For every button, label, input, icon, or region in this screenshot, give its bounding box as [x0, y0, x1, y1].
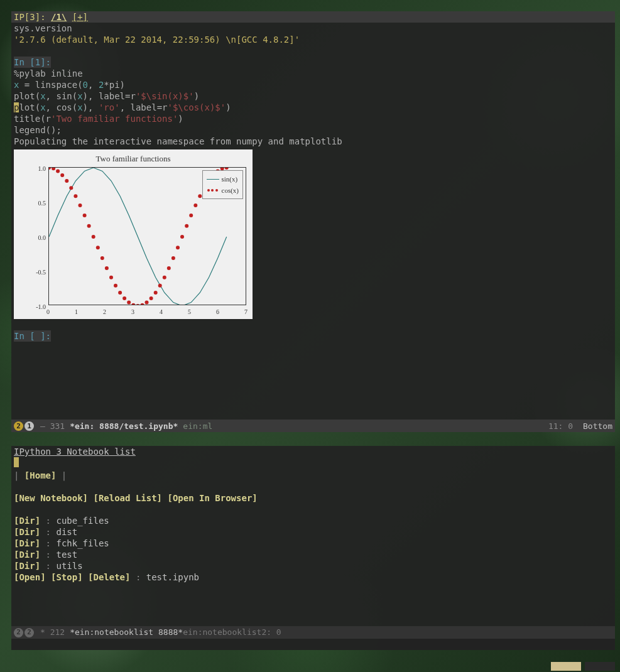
entry-name: test — [56, 550, 77, 560]
ip-prefix: IP[3]: — [14, 12, 46, 22]
worksheet-tab-current[interactable]: /1\ — [51, 12, 67, 22]
list-item: [Dir] : fchk_files — [14, 538, 612, 549]
x-tick-label: 2 — [103, 306, 106, 318]
home-link[interactable]: [Home] — [24, 470, 57, 480]
x-tick-label: 1 — [75, 306, 78, 318]
modeline-top: 2 1 – 331 *ein: 8888/test.ipynb* ein:ml … — [11, 420, 615, 432]
y-tick-label: -1.0 — [36, 301, 46, 313]
svg-point-24 — [154, 291, 158, 295]
task-icon[interactable] — [585, 662, 615, 671]
x-tick-label: 0 — [46, 306, 50, 318]
svg-point-26 — [163, 276, 166, 279]
legend-entry: sin(x) — [222, 173, 238, 185]
breadcrumb: | [Home] | — [14, 470, 612, 481]
svg-point-9 — [87, 224, 91, 228]
svg-point-14 — [109, 276, 113, 279]
y-tick-label: 0.0 — [38, 232, 46, 244]
svg-point-13 — [105, 266, 109, 270]
entry-button[interactable]: [Open] — [14, 572, 46, 582]
y-tick-label: -0.5 — [36, 267, 46, 278]
x-tick-label: 3 — [131, 306, 134, 318]
entry-button[interactable]: [Dir] — [14, 550, 40, 560]
svg-point-33 — [193, 203, 197, 207]
entry-name: cube_files — [56, 516, 109, 526]
code-line: title(r'Two familiar functions') — [14, 113, 612, 124]
workspace-badge: 2 — [14, 628, 23, 637]
task-icon[interactable] — [551, 662, 581, 671]
major-mode: ein:notebooklist — [183, 627, 261, 638]
entry-button[interactable]: [Dir] — [14, 516, 40, 526]
svg-point-1 — [52, 168, 55, 170]
list-item: [Dir] : dist — [14, 526, 612, 538]
entry-name: fchk_files — [56, 538, 109, 548]
notebook-editor-pane[interactable]: IP[3]: /1\ [+] sys.version '2.7.6 (defau… — [11, 11, 615, 432]
entry-name: test.ipynb — [146, 572, 199, 582]
minibuffer[interactable] — [11, 639, 615, 650]
notebook-action-button[interactable]: [Open In Browser] — [167, 493, 257, 503]
svg-point-11 — [96, 246, 100, 249]
cell-2[interactable]: In [ ]: — [11, 330, 615, 342]
svg-point-5 — [69, 186, 73, 190]
y-tick-label: 0.5 — [38, 198, 46, 209]
modeline-seg: – 331 — [40, 421, 65, 431]
list-item: [Dir] : utils — [14, 560, 612, 572]
buffer-name: *ein:notebooklist 8888* — [70, 627, 183, 638]
window-badge: 1 — [24, 421, 34, 431]
notebook-list-pane[interactable]: IPython 3 Notebook list | [Home] | [New … — [11, 446, 615, 650]
code-line: plot(x, sin(x), label=r'$\sin(x)$') — [14, 90, 612, 102]
notebook-actions: [New Notebook] [Reload List] [Open In Br… — [14, 492, 612, 504]
text-cursor — [14, 457, 19, 467]
entry-name: utils — [56, 561, 82, 571]
line-col: 2: 0 — [261, 627, 281, 638]
entry-button[interactable]: [Dir] — [14, 538, 40, 548]
svg-point-16 — [118, 291, 122, 295]
svg-point-20 — [136, 304, 139, 305]
notebook-action-button[interactable]: [Reload List] — [93, 493, 162, 503]
cell-prompt: In [1]: — [14, 57, 51, 67]
code-line: sys.version — [14, 23, 612, 34]
svg-point-0 — [49, 168, 51, 170]
entry-button[interactable]: [Dir] — [14, 561, 40, 571]
svg-point-18 — [127, 301, 131, 305]
cell-prompt: In [ ]: — [14, 331, 51, 341]
scroll-pos: Bottom — [583, 421, 612, 431]
cell-0-output[interactable]: sys.version '2.7.6 (default, Mar 22 2014… — [11, 23, 615, 45]
entry-name: dist — [56, 527, 77, 537]
svg-point-12 — [101, 256, 104, 260]
plot-axes: sin(x) cos(x) — [48, 167, 246, 305]
worksheet-add-tab[interactable]: [+] — [72, 12, 88, 22]
y-tick-label: 1.0 — [38, 163, 46, 175]
svg-point-8 — [83, 214, 87, 217]
line-col: 11: 0 — [548, 421, 573, 431]
notebook-action-button[interactable]: [New Notebook] — [14, 493, 88, 503]
legend: sin(x) cos(x) — [202, 170, 244, 199]
svg-point-17 — [122, 296, 126, 300]
svg-point-21 — [141, 303, 144, 305]
entry-button[interactable]: [Delete] — [88, 572, 130, 582]
output-line: Populating the interactive namespace fro… — [14, 136, 612, 147]
taskbar-icons — [551, 662, 615, 671]
svg-point-3 — [60, 173, 64, 177]
svg-point-28 — [171, 256, 175, 260]
legend-entry: cos(x) — [222, 185, 239, 196]
entry-button[interactable]: [Dir] — [14, 527, 40, 537]
svg-point-4 — [65, 179, 68, 183]
svg-point-22 — [145, 301, 149, 305]
code-line: %pylab inline — [14, 68, 612, 79]
modeline-bottom: 2 2 * 212 *ein:notebooklist 8888* ein:no… — [11, 626, 615, 639]
major-mode: ein:ml — [183, 421, 212, 431]
x-tick-label: 4 — [160, 306, 163, 318]
x-tick-label: 6 — [216, 306, 219, 318]
cell-1[interactable]: In [1]: %pylab inline x = linspace(0, 2*… — [11, 57, 615, 319]
workspace-badge: 2 — [14, 421, 23, 431]
code-line: legend(); — [14, 124, 612, 136]
notebook-list-title: IPython 3 Notebook list — [14, 446, 612, 457]
entry-button[interactable]: [Stop] — [51, 572, 83, 582]
svg-point-10 — [92, 235, 95, 239]
code-line: plot(x, cos(x), 'ro', label=r'$\cos(x)$'… — [14, 102, 612, 113]
svg-point-23 — [150, 296, 153, 300]
svg-point-29 — [176, 246, 180, 249]
code-line: x = linspace(0, 2*pi) — [14, 79, 612, 90]
modeline-seg: * 212 — [40, 627, 65, 638]
x-tick-label: 7 — [244, 306, 247, 318]
